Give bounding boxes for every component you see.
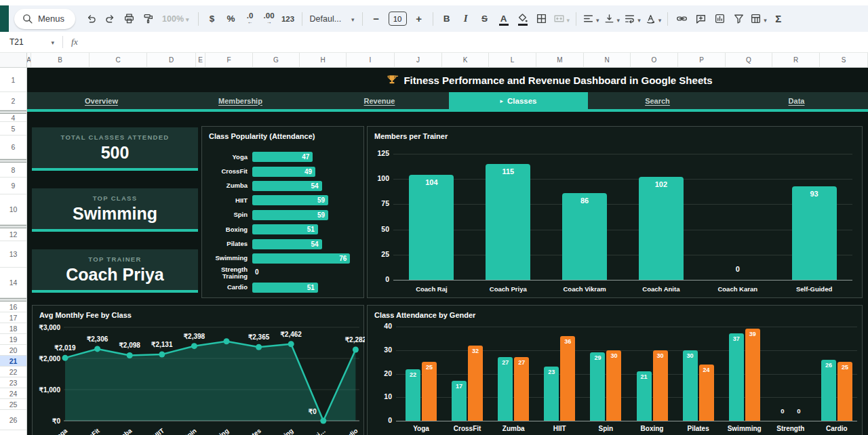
bar-row: HIIT59 <box>208 193 355 207</box>
undo-button[interactable] <box>82 10 100 28</box>
column-header-R[interactable]: R <box>772 53 820 68</box>
table-button[interactable] <box>749 10 768 28</box>
column-header-K[interactable]: K <box>442 53 489 68</box>
row-header-23[interactable]: 23 <box>0 377 26 388</box>
format-percent-button[interactable]: % <box>222 10 240 28</box>
menus-button[interactable]: Menus <box>14 9 75 29</box>
column-header-E[interactable]: E <box>196 53 205 68</box>
font-select[interactable]: Defaul... <box>310 14 355 24</box>
bar: 27 <box>514 357 529 421</box>
row-header-18[interactable]: 18 <box>0 323 26 334</box>
tab-membership[interactable]: Membership <box>171 92 310 109</box>
select-all-corner[interactable] <box>0 53 27 68</box>
row-header-13[interactable]: 13 <box>0 241 26 268</box>
vertical-align-button[interactable] <box>602 10 622 28</box>
text-rotation-button[interactable] <box>644 10 663 28</box>
row-header-24[interactable]: 24 <box>0 388 26 399</box>
text-wrap-button[interactable] <box>623 10 642 28</box>
column-header-O[interactable]: O <box>631 53 678 68</box>
print-button[interactable] <box>120 10 138 28</box>
row-header-1[interactable]: 1 <box>0 68 26 92</box>
tab-search[interactable]: Search <box>588 92 727 109</box>
tab-overview[interactable]: Overview <box>32 92 171 109</box>
row-header-4[interactable]: 4 <box>0 114 26 122</box>
row-header-5[interactable]: 5 <box>0 122 26 136</box>
column-header-S[interactable]: S <box>820 53 868 68</box>
format-currency-button[interactable]: $ <box>203 10 221 28</box>
text-color-button[interactable]: A <box>495 10 513 28</box>
svg-text:Pilates: Pilates <box>241 427 262 435</box>
zoom-select[interactable]: 100% <box>162 14 189 24</box>
insert-comment-button[interactable] <box>692 10 709 28</box>
row-header-8[interactable]: 8 <box>0 163 26 178</box>
search-icon <box>22 13 33 24</box>
chart-class-popularity-attendance[interactable]: Class Popularity (Attendance)Yoga47Cross… <box>201 126 364 298</box>
functions-button[interactable]: Σ <box>770 10 787 28</box>
row-header-14[interactable]: 14 <box>0 268 26 298</box>
decrease-font-size-button[interactable]: − <box>368 10 385 28</box>
bar-row: CrossFit49 <box>208 164 355 178</box>
bold-button[interactable]: B <box>438 10 456 28</box>
column-header-L[interactable]: L <box>489 53 536 68</box>
row-header-10[interactable]: 10 <box>0 194 26 225</box>
column-header-D[interactable]: D <box>147 53 196 68</box>
bar-row: Spin59 <box>208 208 355 222</box>
row-header-22[interactable]: 22 <box>0 367 26 377</box>
row-header-2[interactable]: 2 <box>0 92 26 110</box>
row-header-16[interactable]: 16 <box>0 302 26 312</box>
create-filter-button[interactable] <box>730 10 747 28</box>
column-header-J[interactable]: J <box>395 53 442 68</box>
row-header-20[interactable]: 20 <box>0 345 26 356</box>
kpi-label: TOP CLASS <box>93 194 138 202</box>
column-header-B[interactable]: B <box>31 53 90 68</box>
tab-revenue[interactable]: Revenue <box>310 92 449 109</box>
column-header-H[interactable]: H <box>300 53 347 68</box>
column-header-G[interactable]: G <box>253 53 300 68</box>
divider <box>198 12 199 26</box>
row-header-25[interactable]: 25 <box>0 399 26 410</box>
row-header-12[interactable]: 12 <box>0 228 26 241</box>
row-header-17[interactable]: 17 <box>0 312 26 323</box>
category-label: Spin <box>208 211 252 218</box>
decrease-decimals-button[interactable]: .0← <box>241 10 259 28</box>
fill-color-button[interactable] <box>514 10 532 28</box>
chart-avg-monthly-fee-by-class[interactable]: Avg Monthly Fee by Class₹0₹1,000₹2,000₹3… <box>32 305 364 435</box>
increase-decimals-button[interactable]: .00→ <box>260 10 278 28</box>
tab-classes[interactable]: ▸Classes <box>449 92 588 109</box>
name-box[interactable]: T21 <box>0 37 58 47</box>
row-header-6[interactable]: 6 <box>0 136 26 159</box>
row-header-19[interactable]: 19 <box>0 334 26 345</box>
dashboard-title: Fitness Performance and Revenue Dashboar… <box>403 75 712 86</box>
column-header-Q[interactable]: Q <box>726 53 772 68</box>
column-header-F[interactable]: F <box>205 53 253 68</box>
tab-data[interactable]: Data <box>727 92 866 109</box>
row-header-9[interactable]: 9 <box>0 178 26 194</box>
row-header-26[interactable]: 26 <box>0 410 26 430</box>
column-header-M[interactable]: M <box>536 53 584 68</box>
insert-link-button[interactable] <box>673 10 690 28</box>
category-label: Swimming <box>208 255 252 262</box>
horizontal-align-button[interactable] <box>581 10 601 28</box>
italic-button[interactable]: I <box>457 10 475 28</box>
bar: 115 <box>486 164 530 280</box>
menus-label: Menus <box>38 14 64 24</box>
strikethrough-button[interactable]: S <box>476 10 494 28</box>
number-format-button[interactable]: 123 <box>279 10 297 28</box>
merge-cells-button[interactable] <box>552 10 572 28</box>
borders-button[interactable] <box>533 10 551 28</box>
column-header-N[interactable]: N <box>584 53 631 68</box>
gridline <box>393 230 852 230</box>
chart-class-attendance-by-gender[interactable]: Class Attendance by Gender0102030402225Y… <box>367 305 863 435</box>
spreadsheet-canvas[interactable]: Fitness Performance and Revenue Dashboar… <box>27 68 868 435</box>
row-header-21[interactable]: 21 <box>0 356 26 367</box>
redo-button[interactable] <box>101 10 119 28</box>
chart-members-per-trainer[interactable]: Members per Trainer0255075100125104Coach… <box>367 126 863 298</box>
column-header-P[interactable]: P <box>678 53 726 68</box>
column-header-C[interactable]: C <box>90 53 147 68</box>
svg-text:₹2,462: ₹2,462 <box>281 331 302 338</box>
paint-format-button[interactable] <box>139 10 157 28</box>
column-header-I[interactable]: I <box>347 53 395 68</box>
font-size-input[interactable]: 10 <box>389 12 407 26</box>
increase-font-size-button[interactable]: + <box>410 10 428 28</box>
insert-chart-button[interactable] <box>711 10 728 28</box>
